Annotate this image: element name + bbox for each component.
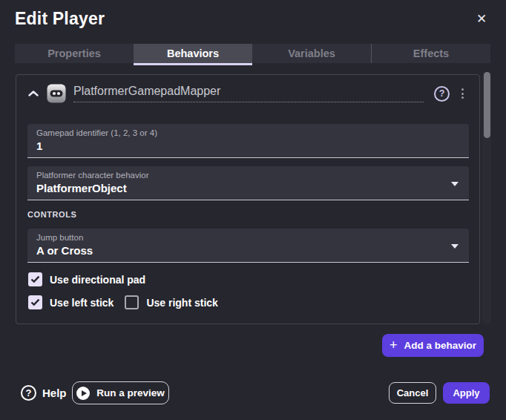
help-button[interactable]: ? Help (21, 385, 67, 401)
plus-icon: + (390, 338, 398, 353)
behaviors-list-panel: PlatformerGamepadMapper ? Gamepad identi… (16, 74, 480, 324)
page-title: Edit Player (15, 9, 105, 29)
use-right-stick-checkbox[interactable] (125, 295, 139, 309)
behavior-help-icon[interactable]: ? (434, 86, 450, 102)
collapse-chevron-icon[interactable] (27, 88, 39, 99)
checkbox-row-2: Use left stick Use right stick (28, 295, 218, 309)
controls-section-label: CONTROLS (27, 210, 77, 219)
tab-properties[interactable]: Properties (15, 44, 134, 63)
edit-player-dialog: Edit Player ✕ Properties Behaviors Varia… (0, 0, 506, 420)
gamepad-icon (47, 84, 66, 103)
help-label: Help (42, 387, 67, 399)
use-right-stick-option: Use right stick (125, 295, 217, 309)
run-preview-button[interactable]: Run a preview (72, 381, 169, 404)
use-right-stick-label: Use right stick (146, 297, 217, 309)
gamepad-identifier-value: 1 (36, 140, 460, 152)
add-behavior-label: Add a behavior (404, 340, 476, 351)
use-left-stick-option: Use left stick (28, 295, 114, 309)
help-icon: ? (21, 385, 36, 401)
tab-effects[interactable]: Effects (371, 44, 490, 63)
jump-button-select[interactable]: Jump button A or Cross (27, 229, 469, 263)
scrollbar-thumb[interactable] (484, 72, 490, 138)
apply-button[interactable]: Apply (443, 382, 490, 404)
cancel-button[interactable]: Cancel (389, 382, 436, 404)
gamepad-identifier-label: Gamepad identifier (1, 2, 3 or 4) (36, 128, 460, 137)
run-preview-label: Run a preview (96, 387, 165, 398)
use-left-stick-label: Use left stick (50, 297, 114, 309)
gamepad-identifier-field[interactable]: Gamepad identifier (1, 2, 3 or 4) 1 (27, 124, 469, 158)
use-directional-pad-label: Use directional pad (50, 274, 145, 286)
add-behavior-button[interactable]: + Add a behavior (382, 334, 484, 357)
use-directional-pad-checkbox[interactable] (28, 272, 42, 286)
jump-button-value: A or Cross (36, 244, 460, 257)
close-icon[interactable]: ✕ (473, 11, 490, 27)
chevron-down-icon (451, 182, 459, 186)
platformer-behavior-select[interactable]: Platformer character behavior Platformer… (27, 166, 469, 200)
tab-variables[interactable]: Variables (252, 44, 371, 63)
scrollbar[interactable] (482, 72, 491, 324)
jump-button-label: Jump button (36, 233, 460, 242)
platformer-behavior-value: PlatformerObject (36, 182, 460, 194)
behavior-header: PlatformerGamepadMapper ? (27, 83, 469, 104)
platformer-behavior-label: Platformer character behavior (36, 171, 460, 180)
chevron-down-icon (451, 244, 459, 249)
tab-behaviors[interactable]: Behaviors (134, 44, 252, 63)
behavior-name-field[interactable]: PlatformerGamepadMapper (73, 85, 424, 102)
use-directional-pad-option: Use directional pad (28, 272, 145, 286)
checkbox-row-1: Use directional pad (28, 272, 145, 286)
play-icon (76, 387, 90, 400)
behavior-menu-icon[interactable] (456, 86, 469, 101)
tab-bar: Properties Behaviors Variables Effects (15, 44, 490, 63)
use-left-stick-checkbox[interactable] (28, 295, 42, 309)
